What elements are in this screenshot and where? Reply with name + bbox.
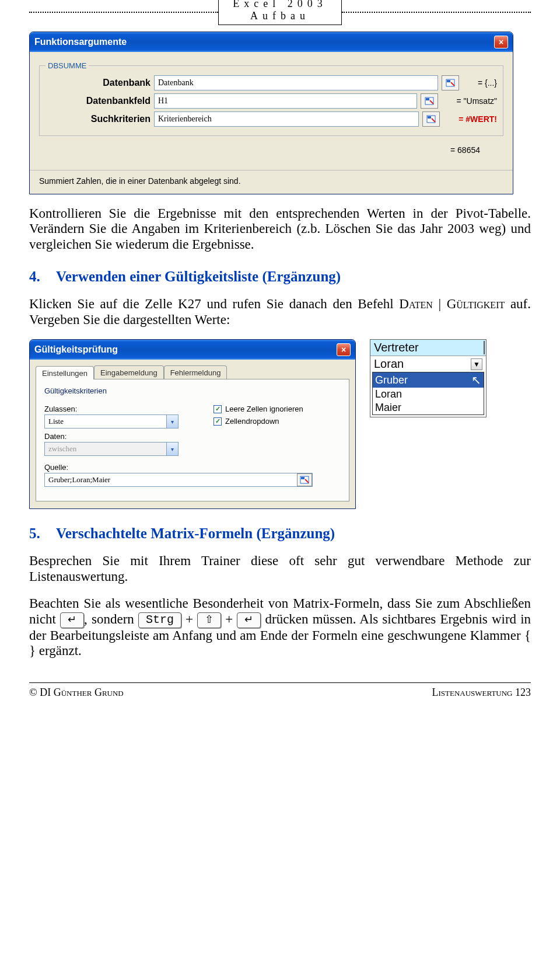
dropdown-icon[interactable]: ▼ <box>471 358 482 370</box>
section5-paragraph-keys: Beachten Sie als wesentliche Besonderhei… <box>29 596 531 659</box>
column-header: Vertreter <box>370 340 486 356</box>
header-rule-right <box>342 12 531 13</box>
arg-input-datenbank[interactable] <box>154 75 438 90</box>
section5-heading: 5. Verschachtelte Matrix-Formeln (Ergänz… <box>29 525 531 542</box>
arg-row-datenbank: Datenbank = {...} <box>46 75 497 90</box>
arg-label: Datenbankfeld <box>46 96 150 106</box>
range-select-icon[interactable] <box>422 112 440 127</box>
key-ctrl: Strg <box>138 612 181 628</box>
source-label: Quelle: <box>44 463 341 472</box>
allow-combobox[interactable]: Liste ▾ <box>44 414 178 428</box>
function-group: DBSUMME Datenbank = {...} Datenbankfeld <box>39 61 503 136</box>
section5-paragraph: Besprechen Sie mit Ihrem Trainer diese o… <box>29 553 531 584</box>
key-enter: ↵ <box>237 612 261 628</box>
tab-strip: Einstellungen Eingabemeldung Fehlermeldu… <box>30 365 355 379</box>
dialog-title: Gültigkeitsprüfung <box>34 344 118 355</box>
excel-dropdown-preview: Vertreter Loran ▼ Gruber ↖ Loran Maier <box>370 339 487 417</box>
range-select-icon[interactable] <box>297 473 312 486</box>
function-name: DBSUMME <box>46 61 89 70</box>
body-paragraph: Kontrollieren Sie die Ergebnisse mit den… <box>29 206 531 252</box>
function-arguments-dialog: Funktionsargumente × DBSUMME Datenbank =… <box>29 32 513 194</box>
section5-number: 5. <box>29 525 49 542</box>
arg-eval-error: = #WERT! <box>459 114 497 124</box>
footer-section-page: Listenauswertung 123 <box>432 687 531 699</box>
check-ignore-blank[interactable]: ✓ Leere Zellen ignorieren <box>214 405 303 413</box>
close-icon[interactable]: × <box>337 343 351 356</box>
dialog-titlebar[interactable]: Gültigkeitsprüfung × <box>30 340 355 360</box>
svg-rect-7 <box>301 477 304 479</box>
arg-input-suchkriterien[interactable] <box>154 112 419 127</box>
arg-row-suchkriterien: Suchkriterien = #WERT! <box>46 112 497 127</box>
svg-rect-1 <box>447 80 450 82</box>
tab-eingabemeldung[interactable]: Eingabemeldung <box>94 365 164 379</box>
menu-command: Daten | Gültigkeit <box>399 297 505 311</box>
arg-input-datenbankfeld[interactable] <box>154 93 417 109</box>
header-title-box: Excel 2003 Aufbau <box>218 0 341 25</box>
svg-rect-5 <box>428 116 431 119</box>
function-result: = 68654 <box>39 140 503 158</box>
chevron-down-icon: ▾ <box>166 443 178 455</box>
list-item[interactable]: Maier <box>373 401 484 414</box>
cursor-icon: ↖ <box>471 373 481 387</box>
header-title-line1: Excel 2003 <box>233 0 327 10</box>
range-select-icon[interactable] <box>421 93 438 109</box>
allow-label: Zulassen: <box>44 405 178 413</box>
arg-label: Datenbank <box>46 78 150 88</box>
group-title: Gültigkeitskriterien <box>44 386 341 395</box>
dropdown-list[interactable]: Gruber ↖ Loran Maier <box>372 372 484 415</box>
section5-title: Verschachtelte Matrix-Formeln (Ergänzung… <box>56 525 335 542</box>
list-item[interactable]: Gruber ↖ <box>373 372 484 388</box>
data-label: Daten: <box>44 432 178 441</box>
section4-title: Verwenden einer Gültigkeitsliste (Ergänz… <box>56 269 341 285</box>
svg-rect-3 <box>426 98 429 100</box>
footer-author: © DI Günther Grund <box>29 687 124 699</box>
list-item[interactable]: Loran <box>373 388 484 401</box>
selected-cell[interactable]: Loran ▼ <box>370 356 486 372</box>
tab-panel-settings: Gültigkeitskriterien Zulassen: Liste ▾ D… <box>36 379 349 501</box>
section4-number: 4. <box>29 269 49 285</box>
dialog-titlebar[interactable]: Funktionsargumente × <box>30 32 513 52</box>
checkbox-icon[interactable]: ✓ <box>214 417 222 426</box>
function-description: Summiert Zahlen, die in einer Datenbank … <box>30 170 513 194</box>
close-icon[interactable]: × <box>494 36 508 48</box>
dialog-title: Funktionsargumente <box>34 37 127 47</box>
arg-eval: = {...} <box>478 78 497 88</box>
check-incell-dropdown[interactable]: ✓ Zellendropdown <box>214 417 303 426</box>
tab-fehlermeldung[interactable]: Fehlermeldung <box>164 365 228 379</box>
data-combobox: zwischen ▾ <box>44 442 178 456</box>
page-footer: © DI Günther Grund Listenauswertung 123 <box>29 682 531 699</box>
section4-heading: 4. Verwenden einer Gültigkeitsliste (Erg… <box>29 269 531 285</box>
header-title-line2: Aufbau <box>233 10 327 22</box>
arg-row-datenbankfeld: Datenbankfeld = "Umsatz" <box>46 93 497 109</box>
checkbox-icon[interactable]: ✓ <box>214 405 222 413</box>
tab-einstellungen[interactable]: Einstellungen <box>36 366 94 379</box>
section4-paragraph: Klicken Sie auf die Zelle K27 und rufen … <box>29 297 531 328</box>
chevron-down-icon[interactable]: ▾ <box>166 415 178 428</box>
arg-eval: = "Umsatz" <box>457 96 497 106</box>
header-rule-left <box>29 12 218 13</box>
range-select-icon[interactable] <box>442 75 459 90</box>
key-shift: ⇧ <box>197 612 221 628</box>
source-input[interactable]: Gruber;Loran;Maier <box>44 473 313 487</box>
page-header: Excel 2003 Aufbau <box>29 6 531 14</box>
key-enter: ↵ <box>60 612 84 628</box>
data-validation-dialog: Gültigkeitsprüfung × Einstellungen Einga… <box>29 339 356 509</box>
arg-label: Suchkriterien <box>46 114 150 124</box>
